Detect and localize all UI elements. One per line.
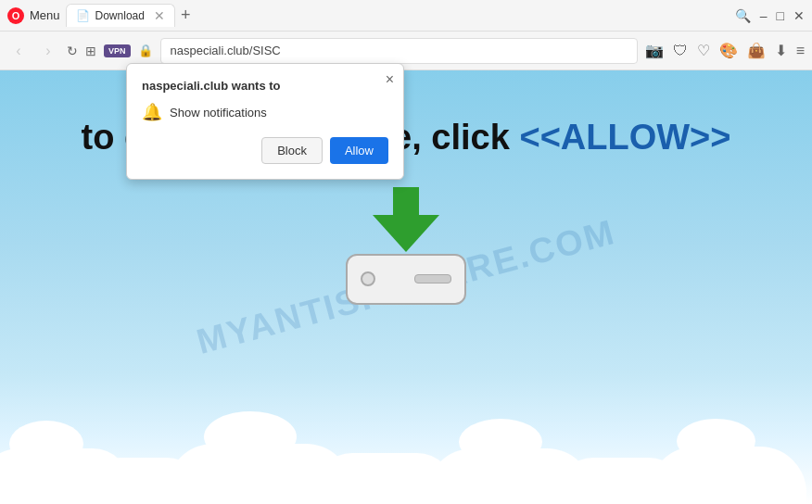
address-bar: ‹ › ↻ ⊞ VPN 🔒 naspeciali.club/SISC 📷 🛡 ♡… <box>0 32 812 70</box>
shield-icon[interactable]: 🛡 <box>673 43 688 59</box>
url-bar[interactable]: naspeciali.club/SISC <box>160 38 638 64</box>
title-bar-left: Menu <box>7 7 66 24</box>
tab-title: Download <box>95 9 145 22</box>
restore-button[interactable]: □ <box>777 8 784 23</box>
wallet-icon[interactable]: 👜 <box>747 42 766 59</box>
tab-close-icon[interactable]: ✕ <box>154 8 165 23</box>
browser-window: Menu 📄 Download ✕ + 🔍 – □ ✕ ‹ › ↻ ⊞ VPN … <box>0 0 812 504</box>
popup-title: naspeciali.club wants to <box>142 79 388 93</box>
title-bar-controls: 🔍 – □ ✕ <box>735 8 805 23</box>
arrow-shaft <box>393 187 419 215</box>
minimize-button[interactable]: – <box>760 8 768 23</box>
popup-close-button[interactable]: × <box>386 71 394 88</box>
notification-popup: × naspeciali.club wants to 🔔 Show notifi… <box>126 63 404 180</box>
hdd-slot-detail <box>414 274 451 284</box>
allow-button[interactable]: Allow <box>330 137 388 164</box>
back-button[interactable]: ‹ <box>7 43 30 59</box>
reload-button[interactable]: ↻ <box>67 44 78 58</box>
block-button[interactable]: Block <box>261 137 323 164</box>
tab-favicon-icon: 📄 <box>76 9 90 22</box>
page-content: MYANTISPYWARE.COM to download the file, … <box>0 70 812 504</box>
palette-icon[interactable]: 🎨 <box>719 42 738 59</box>
title-bar: Menu 📄 Download ✕ + 🔍 – □ ✕ <box>0 0 812 32</box>
lock-icon: 🔒 <box>138 44 153 57</box>
forward-button[interactable]: › <box>37 43 59 59</box>
address-bar-icons: 📷 🛡 ♡ 🎨 👜 ⬇ ≡ <box>645 42 805 59</box>
arrow-head-icon <box>373 215 439 252</box>
search-icon[interactable]: 🔍 <box>735 8 751 23</box>
popup-notify-row: 🔔 Show notifications <box>142 102 388 122</box>
menu-icon[interactable]: ≡ <box>796 43 805 59</box>
vpn-badge[interactable]: VPN <box>104 44 131 57</box>
tab-grid-icon[interactable]: ⊞ <box>85 44 96 58</box>
url-text: naspeciali.club/SISC <box>171 44 281 57</box>
menu-label[interactable]: Menu <box>30 8 60 22</box>
active-tab[interactable]: 📄 Download ✕ <box>66 4 175 27</box>
camera-icon[interactable]: 📷 <box>645 42 664 59</box>
arrow-container <box>373 187 439 252</box>
new-tab-button[interactable]: + <box>181 6 191 25</box>
opera-logo-icon[interactable] <box>7 7 24 24</box>
notification-bell-icon: 🔔 <box>142 102 162 122</box>
clouds-decoration <box>0 430 812 504</box>
download-toolbar-icon[interactable]: ⬇ <box>775 42 787 59</box>
popup-notify-text: Show notifications <box>170 106 267 120</box>
heart-icon[interactable]: ♡ <box>697 42 710 59</box>
hdd-circle-detail <box>361 271 375 286</box>
cloud-7 <box>649 447 806 504</box>
headline-allow: <<ALLOW>> <box>519 118 730 157</box>
tab-bar: 📄 Download ✕ + <box>66 4 735 27</box>
download-illustration <box>346 187 466 305</box>
popup-buttons: Block Allow <box>142 137 388 164</box>
close-button[interactable]: ✕ <box>793 8 805 23</box>
hdd-icon <box>346 254 466 305</box>
